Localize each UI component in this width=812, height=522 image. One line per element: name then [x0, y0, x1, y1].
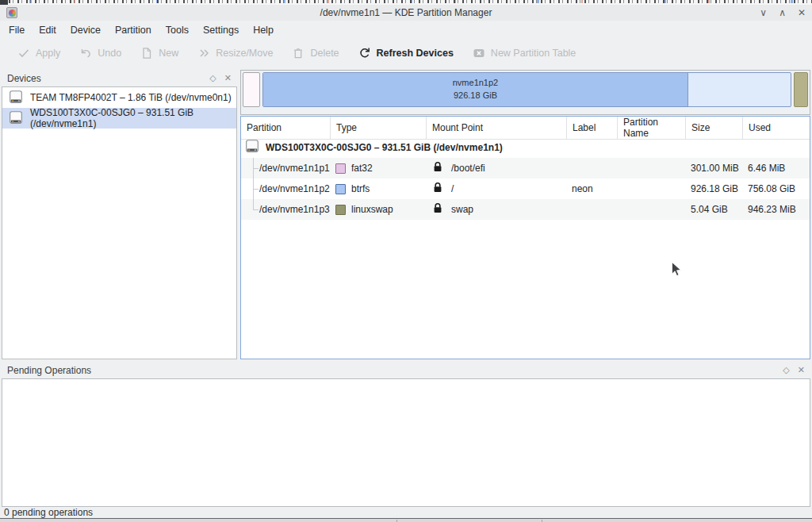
menu-item-help[interactable]: Help — [246, 22, 281, 38]
segment-partition-size: 926.18 GiB — [453, 90, 499, 102]
tree-branch — [247, 199, 259, 220]
partition-used: 946.23 MiB — [743, 204, 810, 215]
mount-point: /boot/efi — [451, 163, 485, 174]
partition-used: 6.46 MiB — [743, 163, 810, 174]
hard-drive-icon — [245, 139, 259, 155]
menu-item-tools[interactable]: Tools — [159, 22, 196, 38]
partition-path: /dev/nvme1n1p1 — [259, 163, 330, 174]
new-document-icon — [140, 47, 153, 59]
app-icon — [6, 7, 17, 18]
toolbar: Apply Undo New Resize/Move Delete Refres… — [0, 40, 812, 66]
hard-drive-icon — [9, 110, 23, 127]
minimize-icon[interactable]: ∨ — [760, 8, 767, 17]
menu-item-file[interactable]: File — [2, 22, 32, 38]
partition-segment-btrfs-used: nvme1n1p2 926.18 GiB — [263, 73, 688, 106]
new-button[interactable]: New — [132, 42, 186, 64]
status-bar: 0 pending operations — [0, 507, 812, 518]
tree-branch — [247, 158, 259, 178]
double-chevron-icon — [197, 47, 210, 59]
check-icon — [17, 47, 30, 59]
menu-item-device[interactable]: Device — [63, 22, 108, 38]
background-taskbar-sliver — [0, 518, 812, 522]
partition-table: Partition Type Mount Point Label Partiti… — [240, 116, 810, 359]
mount-point: / — [451, 183, 454, 194]
partition-size: 301.00 MiB — [686, 163, 743, 174]
menu-item-settings[interactable]: Settings — [196, 22, 246, 38]
screen: /dev/nvme1n1 — KDE Partition Manager ∨ ∧… — [0, 0, 812, 522]
device-item-label: WDS100T3X0C-00SJG0 – 931.51 GiB (/dev/nv… — [30, 107, 236, 129]
lock-icon — [433, 202, 442, 217]
table-row-nvme1n1p1[interactable]: /dev/nvme1n1p1 fat32 /boot/efi 301.00 Mi… — [241, 158, 810, 178]
pending-operations-header: Pending Operations ◇ ✕ — [2, 362, 810, 378]
partition-bar: nvme1n1p2 926.18 GiB — [240, 70, 810, 115]
window-title: /dev/nvme1n1 — KDE Partition Manager — [0, 7, 812, 18]
device-item-nvme0n1[interactable]: TEAM TM8FP4002T – 1.86 TiB (/dev/nvme0n1… — [2, 87, 236, 108]
hard-drive-icon — [9, 90, 23, 106]
device-group-label: WDS100T3X0C-00SJG0 – 931.51 GiB (/dev/nv… — [266, 142, 503, 153]
float-panel-icon[interactable]: ◇ — [783, 365, 789, 375]
device-item-label: TEAM TM8FP4002T – 1.86 TiB (/dev/nvme0n1… — [30, 92, 232, 103]
refresh-devices-button[interactable]: Refresh Devices — [350, 42, 462, 64]
partition-segment-btrfs[interactable]: nvme1n1p2 926.18 GiB — [262, 72, 791, 107]
titlebar[interactable]: /dev/nvme1n1 — KDE Partition Manager ∨ ∧… — [0, 5, 812, 21]
linuxswap-color-swatch — [335, 205, 346, 215]
mouse-cursor — [671, 261, 682, 280]
lock-icon — [433, 161, 442, 175]
partition-size: 926.18 GiB — [686, 183, 743, 194]
partition-used: 756.08 GiB — [743, 183, 810, 194]
undo-button[interactable]: Undo — [71, 42, 129, 64]
main-area: Devices ◇ ✕ TEAM TM8FP4002T – 1.86 TiB (… — [2, 70, 810, 359]
menu-item-edit[interactable]: Edit — [32, 22, 63, 38]
pending-operations-list[interactable] — [2, 378, 810, 507]
close-icon[interactable]: ✕ — [798, 8, 806, 17]
undo-arrow-icon — [79, 47, 92, 59]
resize-move-button[interactable]: Resize/Move — [190, 42, 281, 64]
filesystem-type: linuxswap — [351, 204, 393, 215]
devices-panel-title: Devices — [7, 73, 41, 84]
window-controls: ∨ ∧ ✕ — [760, 8, 806, 17]
pending-operations-title: Pending Operations — [7, 365, 91, 376]
segment-partition-name: nvme1n1p2 — [453, 77, 499, 90]
btrfs-color-swatch — [335, 184, 346, 194]
table-row-nvme1n1p3[interactable]: /dev/nvme1n1p3 linuxswap swap 5.04 GiB 9… — [241, 199, 810, 220]
apply-button[interactable]: Apply — [10, 42, 68, 64]
device-group-row[interactable]: WDS100T3X0C-00SJG0 – 931.51 GiB (/dev/nv… — [241, 136, 810, 158]
maximize-icon[interactable]: ∧ — [779, 8, 786, 17]
filesystem-type: fat32 — [351, 163, 373, 174]
mount-point: swap — [451, 204, 473, 215]
delete-button[interactable]: Delete — [284, 42, 347, 64]
partition-size: 5.04 GiB — [686, 204, 743, 215]
partition-path: /dev/nvme1n1p3 — [259, 204, 330, 215]
new-partition-table-icon — [473, 47, 485, 59]
float-panel-icon[interactable]: ◇ — [209, 73, 216, 83]
partition-table-header: Partition Type Mount Point Label Partiti… — [241, 117, 810, 136]
table-row-nvme1n1p2[interactable]: /dev/nvme1n1p2 btrfs / neon 926.18 GiB 7… — [241, 178, 810, 199]
partition-segment-fat32[interactable] — [243, 72, 260, 107]
menu-item-partition[interactable]: Partition — [108, 22, 159, 38]
fat32-color-swatch — [335, 163, 346, 174]
devices-panel: Devices ◇ ✕ TEAM TM8FP4002T – 1.86 TiB (… — [2, 70, 237, 359]
device-content: nvme1n1p2 926.18 GiB Partition Type Moun… — [240, 70, 810, 359]
device-item-nvme1n1[interactable]: WDS100T3X0C-00SJG0 – 931.51 GiB (/dev/nv… — [2, 108, 236, 129]
lock-icon — [433, 182, 442, 196]
filesystem-type: btrfs — [351, 183, 370, 194]
partition-path: /dev/nvme1n1p2 — [259, 183, 330, 194]
tree-branch — [247, 178, 259, 199]
refresh-icon — [358, 47, 371, 59]
devices-list: TEAM TM8FP4002T – 1.86 TiB (/dev/nvme0n1… — [2, 86, 237, 359]
partition-label: neon — [567, 183, 618, 194]
trash-icon — [292, 47, 304, 59]
devices-panel-header: Devices ◇ ✕ — [2, 70, 237, 86]
menubar: File Edit Device Partition Tools Setting… — [0, 21, 812, 40]
new-partition-table-button[interactable]: New Partition Table — [465, 42, 584, 64]
close-panel-icon[interactable]: ✕ — [224, 73, 232, 83]
close-panel-icon[interactable]: ✕ — [798, 365, 805, 375]
partition-segment-linuxswap[interactable] — [794, 72, 808, 107]
pending-operations-panel: Pending Operations ◇ ✕ — [2, 362, 810, 507]
